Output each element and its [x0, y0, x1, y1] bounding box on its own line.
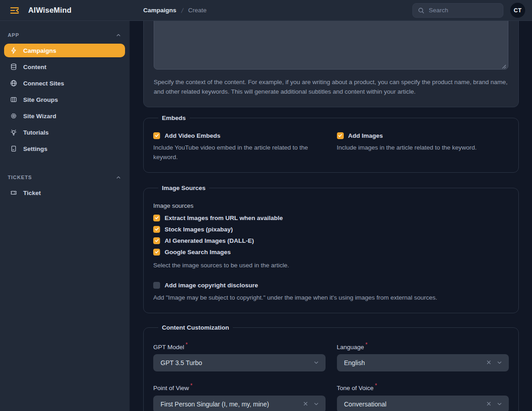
check-icon [338, 133, 342, 138]
clear-icon[interactable] [486, 401, 492, 407]
checkbox-checked[interactable] [153, 237, 160, 244]
checkbox-label: Add Images [348, 132, 383, 139]
sidebar-item-label: Site Wizard [23, 113, 56, 120]
embed-video-group: Add Video Embeds Include YouTube video e… [153, 126, 326, 162]
document-icon [10, 145, 17, 152]
checkbox-checked[interactable] [337, 132, 344, 139]
ai-generated-images-checkbox[interactable]: AI Generated Images (DALL-E) [153, 237, 509, 244]
check-icon [155, 227, 159, 231]
required-marker: * [366, 341, 368, 348]
chevron-down-icon[interactable] [313, 401, 320, 407]
top-bar-right: CT [412, 3, 532, 18]
gpt-model-select[interactable]: GPT 3.5 Turbo [153, 354, 326, 371]
lightning-icon [10, 47, 17, 54]
checkbox-label: Add Video Embeds [165, 132, 221, 139]
sidebar-item-site-groups[interactable]: Site Groups [4, 93, 125, 106]
add-video-embeds-checkbox[interactable]: Add Video Embeds [153, 132, 326, 139]
sidebar-item-label: Connect Sites [23, 80, 64, 87]
embeds-legend: Embeds [158, 115, 190, 121]
sidebar-item-site-wizard[interactable]: Site Wizard [4, 109, 125, 123]
section-label-app: APP [8, 32, 19, 38]
chevron-up-icon[interactable] [115, 32, 121, 38]
sidebar-item-label: Settings [23, 145, 47, 152]
add-images-checkbox[interactable]: Add Images [337, 132, 509, 139]
chevron-down-icon[interactable] [496, 359, 503, 366]
top-bar: AIWiseMind Campaigns / Create CT [0, 0, 532, 21]
globe-icon [10, 80, 17, 87]
select-value: First Person Singular (I, me, my, mine) [161, 401, 269, 408]
select-value: Conversational [344, 401, 386, 408]
tone-of-voice-select[interactable]: Conversational [337, 396, 509, 411]
main-content: Specify the context of the content. For … [130, 21, 532, 411]
language-field: Language* English [337, 341, 509, 372]
chevron-down-icon[interactable] [313, 359, 320, 366]
required-marker: * [191, 382, 193, 389]
search-icon [417, 7, 425, 14]
check-icon [155, 133, 159, 138]
image-sources-section: Image Sources Image sources Extract Imag… [143, 185, 519, 313]
copyright-helper: Add "Image may be subject to copyright."… [153, 293, 509, 303]
checkbox-checked[interactable] [153, 215, 160, 221]
sidebar-item-tutorials[interactable]: Tutorials [4, 125, 125, 139]
checkbox-checked[interactable] [153, 132, 160, 139]
sidebar-section-app[interactable]: APP [0, 30, 130, 40]
sidebar-item-label: Campaigns [23, 47, 56, 54]
context-helper-text: Specify the context of the content. For … [154, 78, 508, 97]
tone-of-voice-field: Tone of Voice* Conversational [337, 382, 509, 411]
embed-images-group: Add Images Include images in the article… [337, 126, 509, 162]
avatar[interactable]: CT [510, 3, 525, 18]
lightbulb-icon [10, 129, 17, 136]
checkbox-checked[interactable] [153, 226, 160, 233]
point-of-view-select[interactable]: First Person Singular (I, me, my, mine) [153, 396, 326, 411]
menu-fold-icon[interactable] [10, 5, 20, 15]
field-label: Language* [337, 341, 509, 351]
sidebar-item-label: Site Groups [23, 96, 58, 103]
sidebar-item-connect-sites[interactable]: Connect Sites [4, 76, 125, 90]
content-customization-legend: Content Customization [158, 324, 233, 331]
columns-icon [10, 96, 17, 103]
chevron-up-icon[interactable] [115, 175, 121, 180]
stock-images-checkbox[interactable]: Stock Images (pixabay) [153, 226, 509, 233]
section-label-tickets: TICKETS [8, 175, 32, 180]
checkbox-checked[interactable] [153, 249, 160, 256]
breadcrumb-separator: / [181, 7, 184, 14]
clear-icon[interactable] [302, 401, 309, 407]
image-sources-legend: Image Sources [158, 185, 209, 191]
clear-icon[interactable] [486, 359, 492, 366]
search-box[interactable] [412, 3, 503, 18]
checkbox-label: Extract Images from URL when available [165, 215, 283, 221]
context-textarea[interactable] [154, 21, 508, 70]
database-icon [10, 63, 17, 70]
checkbox-label: AI Generated Images (DALL-E) [165, 237, 254, 244]
sidebar-item-campaigns[interactable]: Campaigns [4, 44, 125, 57]
language-select[interactable]: English [337, 354, 509, 371]
point-of-view-field: Point of View* First Person Singular (I,… [153, 382, 326, 411]
google-search-images-checkbox[interactable]: Google Search Images [153, 249, 509, 256]
sidebar-item-settings[interactable]: Settings [4, 142, 125, 155]
checkbox-label: Stock Images (pixabay) [165, 226, 233, 233]
breadcrumb-campaigns[interactable]: Campaigns [143, 7, 176, 14]
checkbox-label: Add image copyright disclosure [165, 282, 258, 289]
copyright-disclosure-checkbox[interactable]: Add image copyright disclosure [153, 282, 509, 289]
search-input[interactable] [429, 7, 498, 14]
check-icon [155, 216, 159, 220]
sidebar-item-label: Ticket [23, 190, 41, 196]
checkbox-helper: Include YouTube video embed in the artic… [153, 143, 326, 162]
breadcrumb: Campaigns / Create [143, 7, 206, 14]
extract-images-checkbox[interactable]: Extract Images from URL when available [153, 215, 509, 221]
checkbox-unchecked[interactable] [153, 282, 160, 289]
sidebar-item-ticket[interactable]: Ticket [4, 186, 125, 200]
chevron-down-icon[interactable] [496, 401, 503, 407]
check-icon [155, 250, 159, 254]
sidebar: APP Campaigns Content Connect Sites Site… [0, 21, 130, 411]
image-sources-list: Extract Images from URL when available S… [153, 215, 509, 256]
context-card: Specify the context of the content. For … [143, 21, 519, 107]
image-sources-helper: Select the image sources to be used in t… [153, 261, 509, 271]
embeds-section: Embeds Add Video Embeds Include YouTube … [143, 115, 519, 173]
sidebar-item-content[interactable]: Content [4, 60, 125, 74]
select-value: English [344, 359, 365, 366]
breadcrumb-create: Create [188, 7, 207, 14]
gpt-model-field: GPT Model* GPT 3.5 Turbo [153, 341, 326, 372]
ticket-icon [10, 189, 17, 196]
sidebar-section-tickets[interactable]: TICKETS [0, 172, 130, 182]
